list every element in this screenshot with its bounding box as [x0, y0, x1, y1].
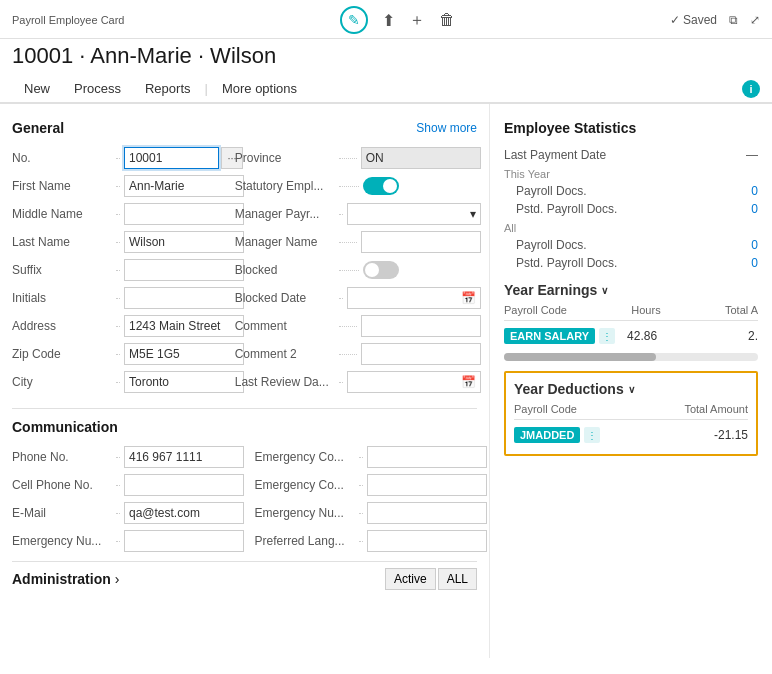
top-bar-icons: ✎ ⬆ ＋ 🗑	[340, 6, 455, 34]
field-input-zipcode[interactable]	[124, 343, 244, 365]
field-dots-firstname	[116, 186, 120, 187]
earnings-scrollbar[interactable]	[504, 353, 758, 361]
stat-label-payrolldocs1: Payroll Docs.	[516, 184, 587, 198]
statutory-toggle[interactable]	[363, 177, 399, 195]
nav-bar: New Process Reports | More options i	[0, 75, 772, 104]
left-panel: General Show more No. ··· First Name	[0, 104, 490, 658]
nav-reports[interactable]: Reports	[133, 75, 203, 104]
field-dots-zipcode	[116, 354, 120, 355]
deductions-table-row: JMADDED ⋮ -21.15	[514, 424, 748, 446]
earn-salary-badge[interactable]: EARN SALARY	[504, 328, 595, 344]
field-input-comment[interactable]	[361, 315, 481, 337]
admin-all-button[interactable]: ALL	[438, 568, 477, 590]
field-row-cellphone: Cell Phone No.	[12, 473, 235, 497]
field-input-city[interactable]	[124, 371, 244, 393]
expand-icon[interactable]: ⧉	[729, 13, 738, 27]
field-row-zipcode: Zip Code	[12, 342, 215, 366]
administration-title[interactable]: Administration	[12, 571, 119, 587]
earn-salary-menu-icon[interactable]: ⋮	[599, 328, 615, 344]
comm-right-col: Emergency Co... Emergency Co... Emergenc…	[255, 445, 478, 557]
general-right-col: Province Statutory Empl... Manager Payr.…	[235, 146, 481, 398]
field-row-managername: Manager Name	[235, 230, 481, 254]
nav-more-options[interactable]: More options	[210, 75, 309, 104]
stats-section-title: Employee Statistics	[504, 120, 636, 136]
deductions-col-totalamount: Total Amount	[684, 403, 748, 415]
field-dots-comment2	[339, 354, 357, 355]
year-earnings-title: Year Earnings	[504, 282, 597, 298]
field-dots-address	[116, 326, 120, 327]
jmadded-menu-icon[interactable]: ⋮	[584, 427, 600, 443]
field-input-email[interactable]	[124, 502, 244, 524]
admin-active-button[interactable]: Active	[385, 568, 436, 590]
chevron-down-icon: ▾	[470, 207, 476, 221]
show-more-link[interactable]: Show more	[416, 121, 477, 135]
field-input-firstname[interactable]	[124, 175, 244, 197]
edit-icon-button[interactable]: ✎	[340, 6, 368, 34]
nav-process[interactable]: Process	[62, 75, 133, 104]
year-deductions-header[interactable]: Year Deductions ∨	[514, 381, 748, 397]
field-input-emergencyco2[interactable]	[367, 474, 487, 496]
earn-salary-hours: 42.86	[627, 329, 657, 343]
earnings-scrollbar-thumb	[504, 353, 656, 361]
stat-value-pstdpayrolldocs1[interactable]: 0	[751, 202, 758, 216]
field-input-phoneno[interactable]	[124, 446, 244, 468]
page-card-title: Payroll Employee Card	[12, 14, 125, 26]
field-input-initials[interactable]	[124, 287, 244, 309]
field-input-emergencyco1[interactable]	[367, 446, 487, 468]
field-input-province[interactable]	[361, 147, 481, 169]
field-select-managerpayr[interactable]: ▾	[347, 203, 481, 225]
share-icon[interactable]: ⬆	[382, 11, 395, 30]
field-dots-preferredlang	[359, 541, 363, 542]
stat-row-pstdpayrolldocs1: Pstd. Payroll Docs. 0	[504, 200, 758, 218]
field-dots-comment	[339, 326, 357, 327]
field-label-emergencynu2: Emergency Nu...	[255, 506, 355, 520]
stat-value-payrolldocs1[interactable]: 0	[751, 184, 758, 198]
field-date-blockeddate[interactable]: 📅	[347, 287, 481, 309]
field-label-emergencyco1: Emergency Co...	[255, 450, 355, 464]
earnings-col-payrollcode: Payroll Code	[504, 304, 567, 316]
field-input-managername[interactable]	[361, 231, 481, 253]
field-date-lastreview[interactable]: 📅	[347, 371, 481, 393]
year-deductions-title: Year Deductions	[514, 381, 624, 397]
field-input-no[interactable]	[124, 147, 219, 169]
field-row-city: City	[12, 370, 215, 394]
stats-section-header: Employee Statistics	[504, 120, 758, 136]
field-input-lastname[interactable]	[124, 231, 244, 253]
field-input-address[interactable]	[124, 315, 244, 337]
field-row-emergencynu: Emergency Nu...	[12, 529, 235, 553]
field-label-managername: Manager Name	[235, 235, 335, 249]
field-label-address: Address	[12, 319, 112, 333]
top-bar: Payroll Employee Card ✎ ⬆ ＋ 🗑 ✓ Saved ⧉ …	[0, 0, 772, 39]
field-dots-managerpayr	[339, 214, 343, 215]
field-input-preferredlang[interactable]	[367, 530, 487, 552]
field-label-zipcode: Zip Code	[12, 347, 112, 361]
field-dots-lastname	[116, 242, 120, 243]
delete-icon[interactable]: 🗑	[439, 11, 455, 29]
field-row-suffix: Suffix	[12, 258, 215, 282]
field-label-province: Province	[235, 151, 335, 165]
field-dots-emergencynu2	[359, 513, 363, 514]
top-bar-left: Payroll Employee Card	[12, 14, 125, 26]
field-input-emergencynu[interactable]	[124, 530, 244, 552]
field-input-emergencynu2[interactable]	[367, 502, 487, 524]
field-row-managerpayr: Manager Payr... ▾	[235, 202, 481, 226]
saved-status: ✓ Saved	[670, 13, 717, 27]
add-icon[interactable]: ＋	[409, 10, 425, 31]
blocked-toggle[interactable]	[363, 261, 399, 279]
top-bar-right: ✓ Saved ⧉ ⤢	[670, 13, 760, 27]
nav-new[interactable]: New	[12, 75, 62, 104]
field-input-cellphone[interactable]	[124, 474, 244, 496]
field-dots-emergencynu	[116, 541, 120, 542]
field-row-blockeddate: Blocked Date 📅	[235, 286, 481, 310]
field-input-suffix[interactable]	[124, 259, 244, 281]
jmadded-badge[interactable]: JMADDED	[514, 427, 580, 443]
field-row-phoneno: Phone No.	[12, 445, 235, 469]
field-input-middlename[interactable]	[124, 203, 244, 225]
stat-value-payrolldocs2[interactable]: 0	[751, 238, 758, 252]
fullscreen-icon[interactable]: ⤢	[750, 13, 760, 27]
field-label-lastreview: Last Review Da...	[235, 375, 335, 389]
stat-value-pstdpayrolldocs2[interactable]: 0	[751, 256, 758, 270]
administration-section: Administration Active ALL	[12, 561, 477, 596]
field-input-comment2[interactable]	[361, 343, 481, 365]
year-earnings-header[interactable]: Year Earnings ∨	[504, 282, 758, 298]
